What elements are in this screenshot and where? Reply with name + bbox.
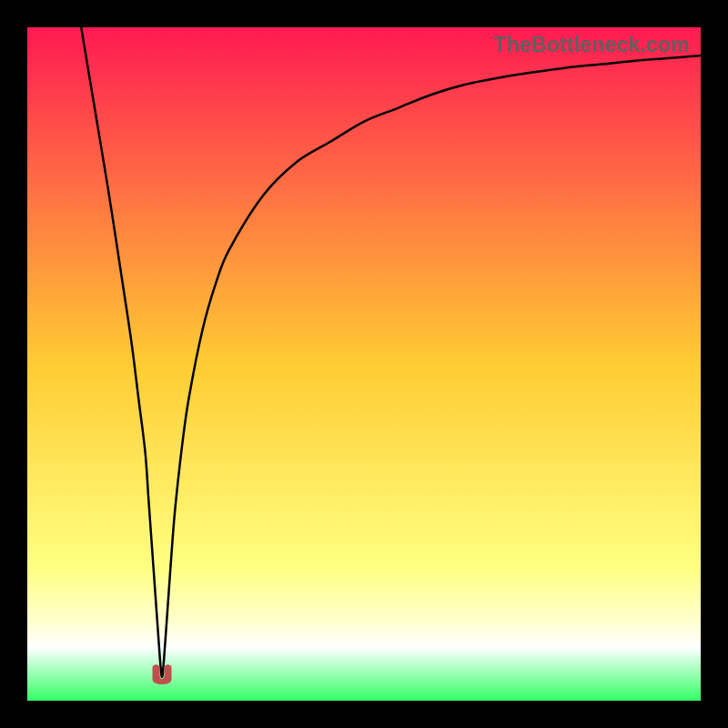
chart-background bbox=[27, 27, 701, 701]
chart-frame: TheBottleneck.com bbox=[27, 27, 701, 701]
bottleneck-chart bbox=[27, 27, 701, 701]
